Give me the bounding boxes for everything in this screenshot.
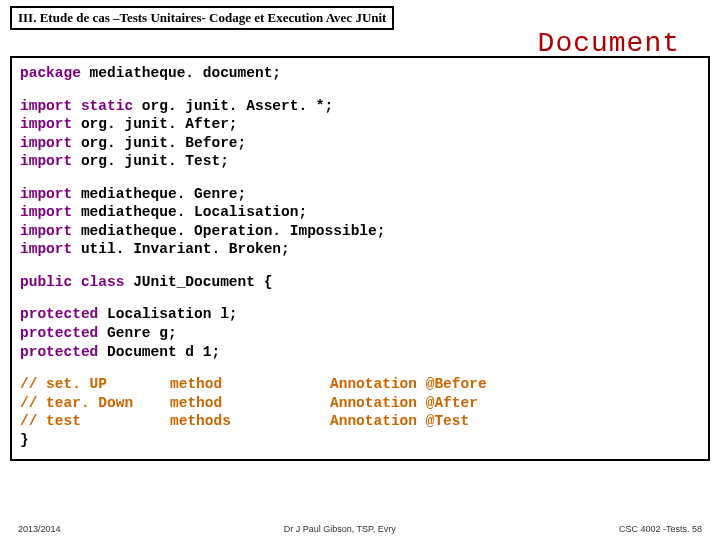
kw-import: import xyxy=(20,153,72,169)
kw-import: import xyxy=(20,98,72,114)
import-1: org. junit. Assert. *; xyxy=(133,98,342,114)
close-brace: } xyxy=(20,431,700,450)
import-2: org. junit. After; xyxy=(72,116,246,132)
footer-right: CSC 4002 -Tests. 58 xyxy=(619,524,702,534)
comment-teardown-m: method xyxy=(170,394,330,413)
kw-import: import xyxy=(20,223,72,239)
import-3: org. junit. Before; xyxy=(72,135,255,151)
import-5: mediatheque. Genre; xyxy=(72,186,255,202)
comment-test-a: Annotation @Test xyxy=(330,412,700,431)
kw-class: class xyxy=(81,274,125,290)
comment-test-m: methods xyxy=(170,412,330,431)
comment-teardown: // tear. Down xyxy=(20,394,170,413)
kw-protected: protected xyxy=(20,325,98,341)
pkg-name: mediatheque. document; xyxy=(81,65,290,81)
footer: 2013/2014 Dr J Paul Gibson, TSP, Evry CS… xyxy=(0,524,720,534)
comment-setup: // set. UP xyxy=(20,375,170,394)
doc-label: Document xyxy=(538,28,680,59)
field-3: Document d 1; xyxy=(98,344,229,360)
kw-import: import xyxy=(20,204,72,220)
kw-import: import xyxy=(20,116,72,132)
comment-test: // test xyxy=(20,412,170,431)
slide-title: III. Etude de cas –Tests Unitaires- Coda… xyxy=(10,6,394,30)
class-name: JUnit_Document { xyxy=(124,274,281,290)
comment-setup-a: Annotation @Before xyxy=(330,375,700,394)
kw-package: package xyxy=(20,65,81,81)
import-8: util. Invariant. Broken; xyxy=(72,241,298,257)
import-4: org. junit. Test; xyxy=(72,153,237,169)
comment-teardown-a: Annotation @After xyxy=(330,394,700,413)
kw-protected: protected xyxy=(20,344,98,360)
footer-center: Dr J Paul Gibson, TSP, Evry xyxy=(284,524,396,534)
field-2: Genre g; xyxy=(98,325,185,341)
import-7: mediatheque. Operation. Impossible; xyxy=(72,223,394,239)
kw-import: import xyxy=(20,135,72,151)
code-block: package mediatheque. document; import st… xyxy=(10,56,710,461)
kw-import: import xyxy=(20,241,72,257)
footer-left: 2013/2014 xyxy=(18,524,61,534)
kw-public: public xyxy=(20,274,72,290)
import-6: mediatheque. Localisation; xyxy=(72,204,316,220)
comment-setup-m: method xyxy=(170,375,330,394)
kw-static: static xyxy=(81,98,133,114)
kw-protected: protected xyxy=(20,306,98,322)
field-1: Localisation l; xyxy=(98,306,246,322)
kw-import: import xyxy=(20,186,72,202)
